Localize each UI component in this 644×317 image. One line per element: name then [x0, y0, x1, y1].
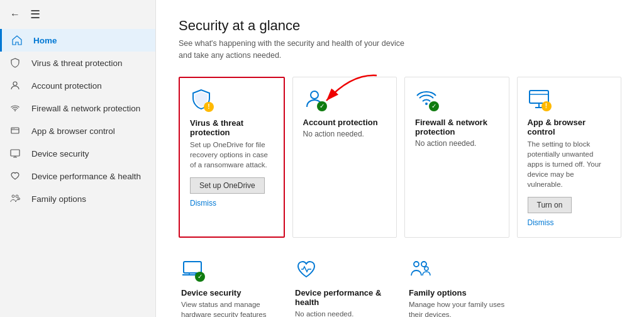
shield-icon [10, 58, 23, 68]
monitor-icon [10, 148, 23, 158]
person-icon [10, 81, 23, 91]
page-subtitle: See what's happening with the security a… [179, 38, 621, 62]
turn-on-button[interactable]: Turn on [528, 197, 572, 213]
firewall-icon-area: ✓ [415, 87, 438, 110]
sidebar-item-device-security-label: Device security [31, 149, 89, 158]
card-account: ✓ Account protection No action needed. [292, 77, 397, 238]
bottom-cards-row: ✓ Device security View status and manage… [179, 250, 621, 317]
family-options-icon [409, 258, 431, 281]
sidebar-item-app-browser-label: App & browser control [31, 126, 115, 136]
sidebar-item-account[interactable]: Account protection [0, 74, 155, 97]
sidebar-item-home[interactable]: Home [0, 29, 155, 52]
account-card-status: No action needed. [303, 130, 387, 138]
warning-badge-ab: ! [541, 101, 552, 111]
top-cards-row: ! Virus & threat protection Set up OneDr… [179, 77, 621, 238]
sidebar-item-firewall[interactable]: Firewall & network protection [0, 97, 155, 120]
virus-card-title: Virus & threat protection [190, 118, 274, 137]
sidebar-item-home-label: Home [33, 36, 57, 45]
family-icon-area [409, 258, 431, 281]
card-app-browser: ! App & browser control The setting to b… [517, 77, 622, 238]
warning-badge: ! [204, 102, 214, 112]
sidebar-item-app-browser[interactable]: App & browser control [0, 120, 155, 142]
svg-point-5 [12, 195, 14, 197]
svg-point-12 [414, 262, 419, 267]
card-bottom-device-security: ✓ Device security View status and manage… [179, 250, 285, 317]
sidebar-item-virus[interactable]: Virus & threat protection [0, 52, 155, 74]
setup-onedrive-button[interactable]: Set up OneDrive [190, 177, 265, 194]
card-virus: ! Virus & threat protection Set up OneDr… [179, 77, 285, 238]
sidebar-item-family[interactable]: Family options [0, 187, 155, 210]
svg-point-14 [425, 267, 428, 270]
firewall-card-title: Firewall & network protection [415, 118, 499, 136]
heart-icon [10, 171, 23, 181]
svg-point-3 [14, 128, 14, 129]
card-bottom-family: Family options Manage how your family us… [406, 250, 513, 317]
account-icon-area: ✓ [303, 87, 326, 110]
globe-icon [10, 126, 23, 136]
virus-dismiss-link[interactable]: Dismiss [190, 199, 274, 208]
sidebar-item-device-perf[interactable]: Device performance & health [0, 165, 155, 187]
app-browser-dismiss-link[interactable]: Dismiss [528, 218, 611, 227]
page-title: Security at a glance [179, 18, 621, 34]
svg-point-0 [13, 82, 17, 86]
check-badge: ✓ [317, 101, 327, 111]
sidebar-top: ← ☰ [0, 0, 155, 26]
device-perf-heart-icon [295, 258, 318, 281]
sidebar-item-device-security[interactable]: Device security [0, 142, 155, 165]
family-card-desc: Manage how your family uses their device… [409, 299, 510, 317]
firewall-card-status: No action needed. [415, 139, 499, 148]
device-security-icon-area: ✓ [181, 258, 204, 281]
family-card-title: Family options [409, 288, 510, 298]
family-icon [10, 194, 23, 204]
sidebar: ← ☰ Home Virus & threat protection [0, 0, 156, 317]
svg-point-7 [18, 198, 20, 200]
card-bottom-device-perf: Device performance & health No action ne… [292, 250, 399, 317]
menu-button[interactable]: ☰ [30, 8, 40, 21]
svg-rect-1 [11, 128, 19, 133]
sidebar-nav: Home Virus & threat protection Account p… [0, 29, 155, 210]
device-perf-card-desc: No action needed. [295, 309, 396, 317]
svg-point-6 [16, 195, 18, 197]
virus-icon-area: ! [190, 88, 213, 111]
sidebar-item-device-perf-label: Device performance & health [31, 172, 141, 181]
home-icon [12, 35, 25, 45]
device-perf-icon-area [295, 258, 318, 281]
virus-card-desc: Set up OneDrive for file recovery option… [190, 140, 274, 170]
device-security-card-title: Device security [181, 288, 282, 298]
check-badge-ds: ✓ [195, 272, 205, 282]
account-card-title: Account protection [303, 118, 387, 127]
sidebar-item-virus-label: Virus & threat protection [31, 58, 123, 68]
svg-point-9 [311, 91, 318, 99]
card-firewall: ✓ Firewall & network protection No actio… [404, 77, 509, 238]
svg-point-13 [421, 262, 426, 267]
sidebar-item-family-label: Family options [31, 194, 86, 204]
svg-rect-4 [11, 150, 19, 156]
app-browser-card-desc: The setting to block potentially unwante… [528, 139, 611, 189]
app-browser-card-title: App & browser control [528, 118, 611, 136]
sidebar-item-account-label: Account protection [31, 81, 102, 91]
back-button[interactable]: ← [10, 9, 20, 20]
app-browser-icon-area: ! [528, 87, 550, 110]
device-perf-card-title: Device performance & health [295, 288, 396, 307]
device-security-card-desc: View status and manage hardware security… [181, 299, 282, 317]
check-badge-fw: ✓ [429, 101, 439, 111]
svg-point-2 [13, 128, 13, 129]
main-content: Security at a glance See what's happenin… [156, 0, 644, 317]
empty-col [520, 250, 621, 317]
sidebar-item-firewall-label: Firewall & network protection [31, 104, 140, 113]
wifi-icon [10, 103, 23, 113]
